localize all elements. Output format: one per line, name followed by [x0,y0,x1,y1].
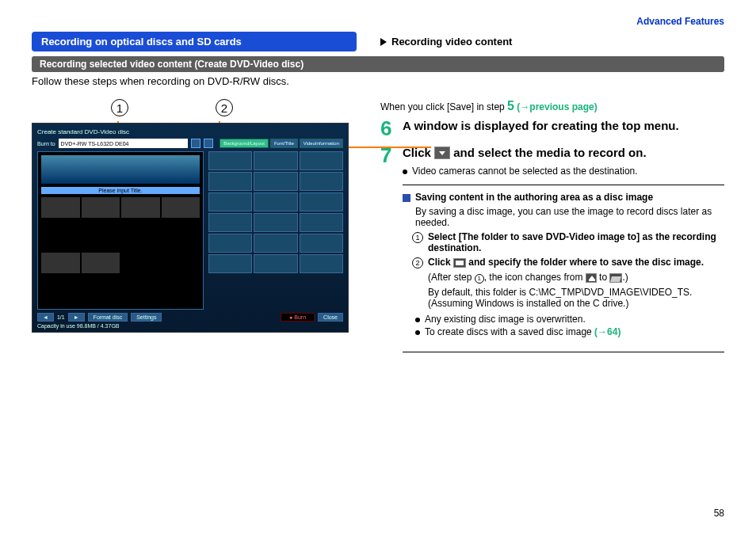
clip-thumbnail[interactable] [121,197,160,218]
template-palette [208,151,343,310]
header-right-text: Recording video content [391,36,512,48]
previous-page-link[interactable]: (→previous page) [514,101,598,112]
triangle-right-icon [380,38,387,46]
bg-template[interactable] [300,151,343,170]
layout-template[interactable] [254,213,297,232]
folder-icon [453,258,466,268]
step-5-ref: 5 [507,99,514,112]
bg-template[interactable] [254,192,297,211]
header-topic-left: Recording on optical discs and SD cards [32,32,357,51]
right-column: When you click [Save] in step 5 (→previo… [380,99,724,359]
circled-1-icon: 1 [475,274,484,284]
callout-1: 1 [111,99,128,116]
pre-step-line: When you click [Save] in step 5 (→previo… [380,99,724,113]
disc-image-box: Saving content in the authoring area as … [403,185,724,352]
burn-to-label: Burn to [37,141,55,147]
box-item-1: 1 Select [The folder to save DVD-Video i… [412,231,724,253]
create-discs-note: To create discs with a saved disc image … [415,326,724,337]
format-disc-button[interactable]: Format disc [88,313,128,322]
step-7-note: Video cameras cannot be selected as the … [403,166,724,177]
layout-template[interactable] [208,213,252,232]
page-64-link[interactable]: (→64) [594,326,620,337]
box-item-2: 2 Click and specify the folder where to … [412,257,724,268]
step-6-title: A window is displayed for creating the t… [403,118,724,134]
left-column: 1 2 Create standard DVD-Video disc Burn … [32,99,365,359]
bullet-icon [415,330,420,335]
layout-template[interactable] [300,213,343,232]
settings-button[interactable]: Settings [131,313,162,322]
clip-thumbnail[interactable] [82,197,120,218]
bullet-icon [403,169,407,174]
step-7: 7 Click and select the media to record o… [380,145,724,352]
box-title: Saving content in the authoring area as … [415,192,653,203]
pager-text: 1/1 [57,314,65,320]
intro-text: Follow these steps when recording on DVD… [32,75,724,87]
folder-open-icon [609,273,622,283]
circled-1-icon: 1 [412,232,423,243]
menu-preview: Please input Title. [37,151,204,310]
bullet-icon [415,318,420,322]
square-bullet-icon [403,194,410,202]
bg-template[interactable] [208,172,252,191]
layout-template[interactable] [300,254,343,273]
clip-thumbnail[interactable] [41,197,80,218]
destination-browse-button[interactable] [204,139,213,148]
tab-font-title[interactable]: Font/Title [270,139,298,148]
next-page-button[interactable]: ► [68,313,85,322]
preview-title-input[interactable]: Please input Title. [41,187,200,194]
burn-button[interactable]: ● Burn [281,313,315,322]
layout-template[interactable] [208,254,252,273]
layout-template[interactable] [300,234,343,253]
step-number: 7 [380,145,396,352]
bg-template[interactable] [300,192,343,211]
bg-template[interactable] [300,172,343,191]
eject-icon [586,273,597,283]
page-number: 58 [714,508,724,519]
bg-template[interactable] [254,151,297,170]
dropdown-icon [434,147,450,159]
section-link[interactable]: Advanced Features [32,16,724,27]
header-topic-right: Recording video content [380,32,512,51]
prev-page-button[interactable]: ◄ [37,313,54,322]
step-number: 6 [380,118,396,139]
layout-template[interactable] [254,254,297,273]
box-intro: By saving a disc image, you can use the … [415,206,724,228]
layout-template[interactable] [254,234,297,253]
bg-template[interactable] [208,151,252,170]
clip-thumbnail[interactable] [41,253,80,273]
tab-video-information[interactable]: VideoInformation [300,139,343,148]
close-button[interactable]: Close [318,313,343,322]
step-7-title: Click and select the media to record on. [403,145,724,161]
callout-2: 2 [216,99,233,116]
step-6: 6 A window is displayed for creating the… [380,118,724,139]
clip-thumbnail[interactable] [82,253,120,273]
capacity-text: Capacity in use 98.8MB / 4.37GB [37,323,343,329]
window-title: Create standard DVD-Video disc [37,128,343,135]
after-step-note: (After step 1, the icon changes from to … [428,272,724,284]
tab-background-layout[interactable]: Background/Layout [220,139,269,148]
burn-destination-field[interactable]: DVD+-RW TS-L632D DE04 [59,139,189,148]
bg-template[interactable] [254,172,297,191]
bg-template[interactable] [208,192,252,211]
clip-thumbnail[interactable] [162,197,200,218]
sub-header: Recording selected video content (Create… [32,56,724,72]
circled-2-icon: 2 [412,257,423,268]
app-screenshot: Create standard DVD-Video disc Burn to D… [32,123,349,333]
overwrite-note: Any existing disc image is overwritten. [415,314,724,325]
header-row: Recording on optical discs and SD cards … [32,32,724,51]
layout-template[interactable] [208,234,252,253]
default-path-note: By default, this folder is C:\MC_TMP\DVD… [428,287,724,309]
destination-dropdown-button[interactable] [191,139,200,148]
